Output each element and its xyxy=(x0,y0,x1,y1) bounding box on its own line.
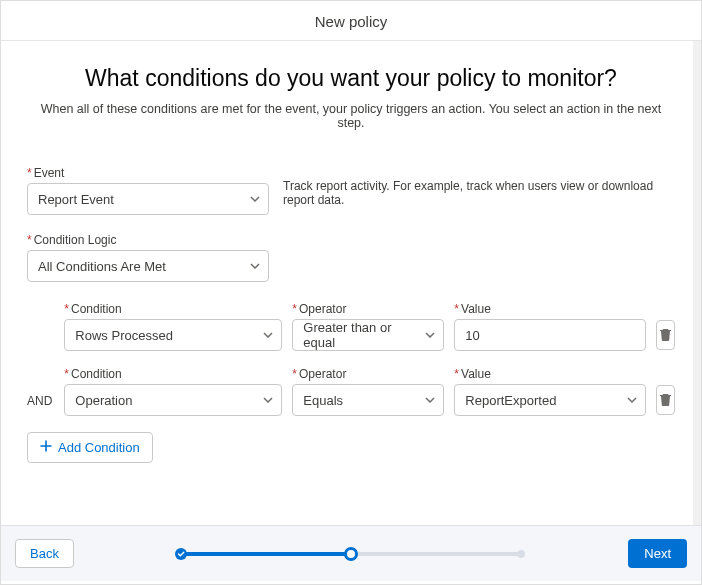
condition-logic-select[interactable]: All Conditions Are Met xyxy=(27,250,269,282)
value-field-block: Value ReportExported xyxy=(454,367,646,416)
delete-condition-button[interactable] xyxy=(656,385,675,415)
plus-icon xyxy=(40,440,52,455)
dialog-header: New policy xyxy=(1,1,701,41)
condition-row: AND Condition Operation Operator Equals … xyxy=(27,367,675,416)
delete-condition-button[interactable] xyxy=(656,320,675,350)
page-subtitle: When all of these conditions are met for… xyxy=(27,102,675,130)
condition-select[interactable]: Operation xyxy=(64,384,282,416)
operator-value: Equals xyxy=(303,393,343,408)
operator-select[interactable]: Greater than or equal xyxy=(292,319,444,351)
dialog-body: What conditions do you want your policy … xyxy=(1,41,701,525)
step-dot-current xyxy=(344,547,358,561)
chevron-down-icon xyxy=(425,397,435,403)
trash-icon xyxy=(659,327,672,344)
event-label: Event xyxy=(27,166,269,180)
condition-logic-value: All Conditions Are Met xyxy=(38,259,166,274)
chevron-down-icon xyxy=(263,332,273,338)
condition-field-block: Condition Rows Processed xyxy=(64,302,282,351)
value-select[interactable]: ReportExported xyxy=(454,384,646,416)
chevron-down-icon xyxy=(263,397,273,403)
event-row: Event Report Event Track report activity… xyxy=(27,166,675,215)
next-button[interactable]: Next xyxy=(628,539,687,568)
step-dot-upcoming xyxy=(517,550,525,558)
event-select-value: Report Event xyxy=(38,192,114,207)
value-input[interactable] xyxy=(454,319,646,351)
chevron-down-icon xyxy=(627,397,637,403)
operator-select[interactable]: Equals xyxy=(292,384,444,416)
condition-value: Operation xyxy=(75,393,132,408)
condition-select[interactable]: Rows Processed xyxy=(64,319,282,351)
condition-field-block: Condition Operation xyxy=(64,367,282,416)
dialog-title: New policy xyxy=(315,13,388,30)
add-condition-button[interactable]: Add Condition xyxy=(27,432,153,463)
scrollbar-track[interactable] xyxy=(693,41,701,525)
value-label: Value xyxy=(454,302,646,316)
chevron-down-icon xyxy=(250,196,260,202)
value-field-block: Value xyxy=(454,302,646,351)
condition-logic-block: Condition Logic All Conditions Are Met xyxy=(27,233,675,282)
condition-label: Condition xyxy=(64,367,282,381)
operator-label: Operator xyxy=(292,367,444,381)
event-hint: Track report activity. For example, trac… xyxy=(283,179,675,215)
operator-label: Operator xyxy=(292,302,444,316)
back-button[interactable]: Back xyxy=(15,539,74,568)
and-spacer xyxy=(27,343,54,351)
operator-field-block: Operator Equals xyxy=(292,367,444,416)
add-condition-label: Add Condition xyxy=(58,440,140,455)
progress-stepper xyxy=(181,546,521,562)
condition-logic-label: Condition Logic xyxy=(27,233,675,247)
operator-field-block: Operator Greater than or equal xyxy=(292,302,444,351)
conditions-list: Condition Rows Processed Operator Greate… xyxy=(27,302,675,416)
event-block: Event Report Event xyxy=(27,166,269,215)
condition-label: Condition xyxy=(64,302,282,316)
stepper-fill xyxy=(181,552,351,556)
check-icon xyxy=(177,550,185,558)
page-heading: What conditions do you want your policy … xyxy=(27,65,675,92)
value-select-value: ReportExported xyxy=(465,393,556,408)
step-dot-done xyxy=(175,548,187,560)
chevron-down-icon xyxy=(425,332,435,338)
operator-value: Greater than or equal xyxy=(303,320,415,350)
condition-row: Condition Rows Processed Operator Greate… xyxy=(27,302,675,351)
trash-icon xyxy=(659,392,672,409)
event-select[interactable]: Report Event xyxy=(27,183,269,215)
condition-value: Rows Processed xyxy=(75,328,173,343)
value-label: Value xyxy=(454,367,646,381)
dialog-footer: Back Next xyxy=(1,525,701,581)
chevron-down-icon xyxy=(250,263,260,269)
and-label: AND xyxy=(27,394,54,416)
